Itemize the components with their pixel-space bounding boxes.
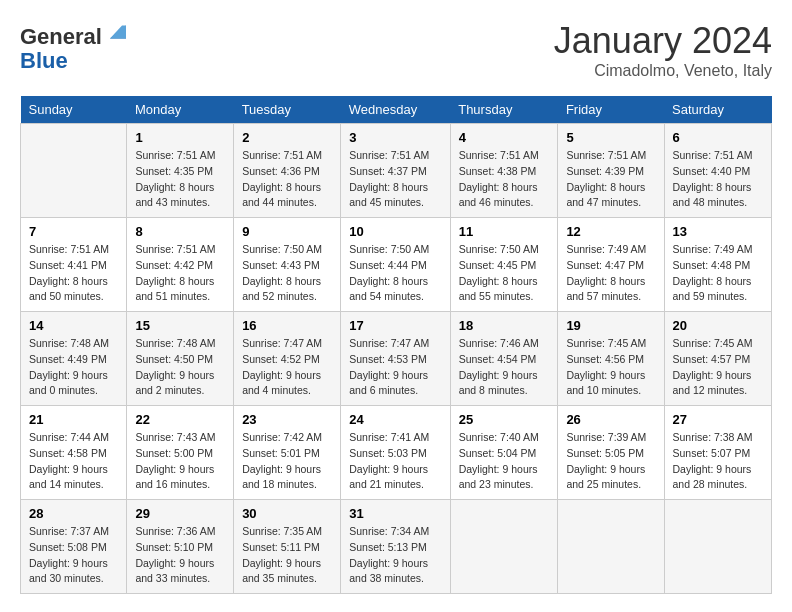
calendar-cell: 23Sunrise: 7:42 AMSunset: 5:01 PMDayligh… [234,406,341,500]
title-block: January 2024 Cimadolmo, Veneto, Italy [554,20,772,80]
column-header-friday: Friday [558,96,664,124]
column-header-tuesday: Tuesday [234,96,341,124]
cell-info: Sunrise: 7:51 AMSunset: 4:39 PMDaylight:… [566,148,655,211]
column-header-wednesday: Wednesday [341,96,450,124]
calendar-cell: 8Sunrise: 7:51 AMSunset: 4:42 PMDaylight… [127,218,234,312]
week-row-4: 21Sunrise: 7:44 AMSunset: 4:58 PMDayligh… [21,406,772,500]
cell-info: Sunrise: 7:37 AMSunset: 5:08 PMDaylight:… [29,524,118,587]
day-number: 16 [242,318,332,333]
day-number: 25 [459,412,550,427]
cell-info: Sunrise: 7:51 AMSunset: 4:35 PMDaylight:… [135,148,225,211]
cell-info: Sunrise: 7:34 AMSunset: 5:13 PMDaylight:… [349,524,441,587]
day-number: 20 [673,318,763,333]
day-number: 2 [242,130,332,145]
cell-info: Sunrise: 7:36 AMSunset: 5:10 PMDaylight:… [135,524,225,587]
calendar-cell: 3Sunrise: 7:51 AMSunset: 4:37 PMDaylight… [341,124,450,218]
week-row-3: 14Sunrise: 7:48 AMSunset: 4:49 PMDayligh… [21,312,772,406]
logo-text: General Blue [20,20,130,73]
calendar-cell: 31Sunrise: 7:34 AMSunset: 5:13 PMDayligh… [341,500,450,594]
calendar-cell: 10Sunrise: 7:50 AMSunset: 4:44 PMDayligh… [341,218,450,312]
day-number: 18 [459,318,550,333]
day-number: 8 [135,224,225,239]
calendar-cell [450,500,558,594]
calendar-cell: 28Sunrise: 7:37 AMSunset: 5:08 PMDayligh… [21,500,127,594]
calendar-cell: 20Sunrise: 7:45 AMSunset: 4:57 PMDayligh… [664,312,771,406]
logo: General Blue [20,20,130,73]
calendar-cell [664,500,771,594]
day-number: 19 [566,318,655,333]
calendar-cell [558,500,664,594]
column-header-saturday: Saturday [664,96,771,124]
cell-info: Sunrise: 7:40 AMSunset: 5:04 PMDaylight:… [459,430,550,493]
cell-info: Sunrise: 7:50 AMSunset: 4:45 PMDaylight:… [459,242,550,305]
calendar-cell: 15Sunrise: 7:48 AMSunset: 4:50 PMDayligh… [127,312,234,406]
calendar-cell: 14Sunrise: 7:48 AMSunset: 4:49 PMDayligh… [21,312,127,406]
cell-info: Sunrise: 7:51 AMSunset: 4:37 PMDaylight:… [349,148,441,211]
calendar-cell: 1Sunrise: 7:51 AMSunset: 4:35 PMDaylight… [127,124,234,218]
cell-info: Sunrise: 7:51 AMSunset: 4:42 PMDaylight:… [135,242,225,305]
cell-info: Sunrise: 7:42 AMSunset: 5:01 PMDaylight:… [242,430,332,493]
day-number: 22 [135,412,225,427]
logo-icon [106,20,130,44]
calendar-cell: 21Sunrise: 7:44 AMSunset: 4:58 PMDayligh… [21,406,127,500]
cell-info: Sunrise: 7:45 AMSunset: 4:56 PMDaylight:… [566,336,655,399]
calendar-cell: 22Sunrise: 7:43 AMSunset: 5:00 PMDayligh… [127,406,234,500]
cell-info: Sunrise: 7:45 AMSunset: 4:57 PMDaylight:… [673,336,763,399]
calendar-cell: 5Sunrise: 7:51 AMSunset: 4:39 PMDaylight… [558,124,664,218]
cell-info: Sunrise: 7:49 AMSunset: 4:47 PMDaylight:… [566,242,655,305]
day-number: 15 [135,318,225,333]
calendar-cell: 16Sunrise: 7:47 AMSunset: 4:52 PMDayligh… [234,312,341,406]
calendar-cell: 2Sunrise: 7:51 AMSunset: 4:36 PMDaylight… [234,124,341,218]
column-header-sunday: Sunday [21,96,127,124]
day-number: 24 [349,412,441,427]
day-number: 6 [673,130,763,145]
day-number: 11 [459,224,550,239]
cell-info: Sunrise: 7:51 AMSunset: 4:41 PMDaylight:… [29,242,118,305]
calendar-cell: 25Sunrise: 7:40 AMSunset: 5:04 PMDayligh… [450,406,558,500]
calendar-cell: 29Sunrise: 7:36 AMSunset: 5:10 PMDayligh… [127,500,234,594]
logo-general: General [20,24,102,49]
day-number: 13 [673,224,763,239]
week-row-1: 1Sunrise: 7:51 AMSunset: 4:35 PMDaylight… [21,124,772,218]
day-number: 28 [29,506,118,521]
calendar-cell: 4Sunrise: 7:51 AMSunset: 4:38 PMDaylight… [450,124,558,218]
header-row: SundayMondayTuesdayWednesdayThursdayFrid… [21,96,772,124]
cell-info: Sunrise: 7:39 AMSunset: 5:05 PMDaylight:… [566,430,655,493]
column-header-monday: Monday [127,96,234,124]
day-number: 29 [135,506,225,521]
day-number: 21 [29,412,118,427]
calendar-cell: 24Sunrise: 7:41 AMSunset: 5:03 PMDayligh… [341,406,450,500]
cell-info: Sunrise: 7:50 AMSunset: 4:43 PMDaylight:… [242,242,332,305]
day-number: 26 [566,412,655,427]
day-number: 14 [29,318,118,333]
cell-info: Sunrise: 7:51 AMSunset: 4:36 PMDaylight:… [242,148,332,211]
calendar-body: 1Sunrise: 7:51 AMSunset: 4:35 PMDaylight… [21,124,772,594]
cell-info: Sunrise: 7:44 AMSunset: 4:58 PMDaylight:… [29,430,118,493]
day-number: 17 [349,318,441,333]
cell-info: Sunrise: 7:38 AMSunset: 5:07 PMDaylight:… [673,430,763,493]
day-number: 5 [566,130,655,145]
calendar-cell: 11Sunrise: 7:50 AMSunset: 4:45 PMDayligh… [450,218,558,312]
cell-info: Sunrise: 7:48 AMSunset: 4:49 PMDaylight:… [29,336,118,399]
day-number: 1 [135,130,225,145]
day-number: 27 [673,412,763,427]
calendar-cell [21,124,127,218]
cell-info: Sunrise: 7:47 AMSunset: 4:52 PMDaylight:… [242,336,332,399]
day-number: 3 [349,130,441,145]
calendar-cell: 13Sunrise: 7:49 AMSunset: 4:48 PMDayligh… [664,218,771,312]
day-number: 23 [242,412,332,427]
calendar-cell: 6Sunrise: 7:51 AMSunset: 4:40 PMDaylight… [664,124,771,218]
column-header-thursday: Thursday [450,96,558,124]
cell-info: Sunrise: 7:50 AMSunset: 4:44 PMDaylight:… [349,242,441,305]
day-number: 7 [29,224,118,239]
calendar-cell: 18Sunrise: 7:46 AMSunset: 4:54 PMDayligh… [450,312,558,406]
logo-blue: Blue [20,48,68,73]
cell-info: Sunrise: 7:48 AMSunset: 4:50 PMDaylight:… [135,336,225,399]
cell-info: Sunrise: 7:35 AMSunset: 5:11 PMDaylight:… [242,524,332,587]
cell-info: Sunrise: 7:43 AMSunset: 5:00 PMDaylight:… [135,430,225,493]
cell-info: Sunrise: 7:46 AMSunset: 4:54 PMDaylight:… [459,336,550,399]
location: Cimadolmo, Veneto, Italy [554,62,772,80]
week-row-2: 7Sunrise: 7:51 AMSunset: 4:41 PMDaylight… [21,218,772,312]
cell-info: Sunrise: 7:49 AMSunset: 4:48 PMDaylight:… [673,242,763,305]
cell-info: Sunrise: 7:51 AMSunset: 4:38 PMDaylight:… [459,148,550,211]
